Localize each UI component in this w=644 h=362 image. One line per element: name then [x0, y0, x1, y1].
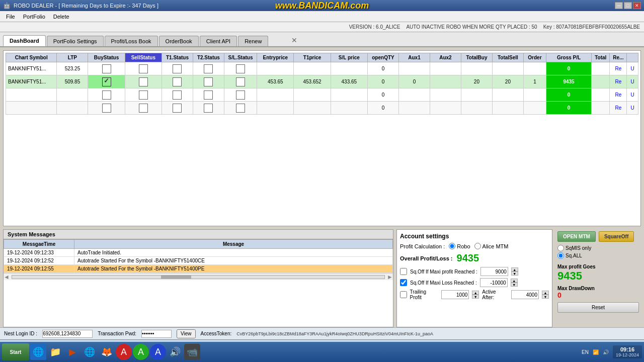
robo-radio[interactable]	[449, 243, 455, 249]
cell-t2-status-1[interactable]	[193, 75, 224, 88]
scroll-right-button[interactable]: ►	[387, 274, 393, 281]
tab-orderbook[interactable]: OrderBook	[159, 36, 199, 46]
sl-status-checkbox-2[interactable]	[236, 90, 245, 100]
cell-t1-status-2[interactable]	[162, 88, 193, 102]
cell-buy-status-1[interactable]	[88, 75, 125, 88]
transaction-pwd-input[interactable]	[141, 330, 172, 338]
cell-re-1[interactable]: Re	[610, 75, 627, 88]
menu-portfolio[interactable]: PortFolio	[19, 13, 49, 21]
tab-dashboard[interactable]: DashBoard	[3, 35, 46, 46]
t1-status-checkbox-0[interactable]	[173, 64, 182, 73]
taskbar-icon-app1[interactable]: A	[116, 344, 132, 360]
spin-profit-down[interactable]: ▼	[511, 272, 518, 276]
sell-status-checkbox-2[interactable]	[139, 90, 148, 100]
alice-mtm-radio[interactable]	[474, 243, 481, 249]
t1-status-checkbox-3[interactable]	[173, 104, 182, 113]
spin-loss-down[interactable]: ▼	[511, 283, 518, 287]
taskbar-icon-ie[interactable]: 🌐	[30, 344, 46, 360]
active-after-input[interactable]	[511, 290, 539, 299]
t1-status-checkbox-2[interactable]	[173, 90, 182, 100]
cell-re-0[interactable]: Re	[610, 62, 627, 75]
menu-file[interactable]: File	[2, 13, 19, 21]
taskbar-icon-vlc[interactable]: 🔊	[167, 344, 183, 360]
sq-off-maxi-profit-input[interactable]	[480, 267, 508, 276]
sell-status-checkbox-0[interactable]	[139, 64, 148, 73]
cell-t2-status-0[interactable]	[193, 62, 224, 75]
tab-renew[interactable]: Renew	[238, 36, 268, 46]
open-mtm-button[interactable]: OPEN MTM	[557, 231, 596, 242]
cell-t2-status-3[interactable]	[193, 102, 224, 115]
cell-t1-status-1[interactable]	[162, 75, 193, 88]
cell-sl-status-0[interactable]	[224, 62, 257, 75]
sq-off-maxi-loss-checkbox[interactable]	[400, 279, 407, 286]
spin-active-up[interactable]: ▲	[542, 291, 549, 295]
alice-mtm-radio-label[interactable]: Alice MTM	[474, 243, 509, 249]
tab-client-api[interactable]: Client API	[200, 36, 237, 46]
cell-u-3[interactable]: U	[627, 102, 638, 115]
t2-status-checkbox-1[interactable]	[204, 77, 213, 86]
t2-status-checkbox-2[interactable]	[204, 90, 213, 100]
start-button[interactable]: Start	[2, 343, 29, 360]
cell-buy-status-3[interactable]	[88, 102, 125, 115]
trailing-profit-checkbox[interactable]	[400, 291, 407, 298]
maximize-button[interactable]: □	[624, 2, 632, 9]
nest-login-input[interactable]	[42, 330, 93, 338]
cell-sell-status-2[interactable]	[125, 88, 162, 102]
taskbar-icon-app3[interactable]: A	[150, 344, 166, 360]
scrollbar-thumb[interactable]	[161, 276, 191, 279]
cell-u-2[interactable]: U	[627, 88, 638, 102]
taskbar-icon-folder[interactable]: 📁	[47, 344, 63, 360]
cell-t1-status-0[interactable]	[162, 62, 193, 75]
taskbar-icon-firefox[interactable]: 🦊	[99, 344, 115, 360]
buy-status-checkbox-3[interactable]	[102, 104, 111, 113]
t2-status-checkbox-3[interactable]	[204, 104, 213, 113]
cell-sl-status-1[interactable]	[224, 75, 257, 88]
taskbar-icon-chrome[interactable]: 🌐	[82, 344, 98, 360]
cell-sell-status-3[interactable]	[125, 102, 162, 115]
sq-off-maxi-loss-input[interactable]	[480, 278, 508, 287]
sl-status-checkbox-3[interactable]	[236, 104, 245, 113]
sell-status-checkbox-1[interactable]	[139, 77, 148, 86]
cell-t2-status-2[interactable]	[193, 88, 224, 102]
sq-off-maxi-profit-checkbox[interactable]	[400, 268, 407, 275]
cell-u-0[interactable]: U	[627, 62, 638, 75]
trailing-profit-input[interactable]	[441, 290, 469, 299]
cell-sl-status-2[interactable]	[224, 88, 257, 102]
scroll-left-button[interactable]: ◄	[4, 274, 10, 281]
square-off-button[interactable]: SquareOff	[599, 231, 634, 242]
sq-mis-only-label[interactable]: SqMIS only	[557, 245, 639, 251]
spin-trailing-down[interactable]: ▼	[472, 295, 479, 299]
tab-close-button[interactable]: ✕	[289, 34, 299, 46]
cell-re-3[interactable]: Re	[610, 102, 627, 115]
t2-status-checkbox-0[interactable]	[204, 64, 213, 73]
spin-profit-up[interactable]: ▲	[511, 267, 518, 272]
cell-buy-status-2[interactable]	[88, 88, 125, 102]
buy-status-checkbox-2[interactable]	[102, 90, 111, 100]
spin-trailing-up[interactable]: ▲	[472, 291, 479, 295]
message-scrollbar[interactable]: ◄ ►	[4, 273, 393, 280]
sell-status-checkbox-3[interactable]	[139, 104, 148, 113]
buy-status-checkbox-1[interactable]	[102, 77, 111, 86]
cell-re-2[interactable]: Re	[610, 88, 627, 102]
cell-u-1[interactable]: U	[627, 75, 638, 88]
reset-button[interactable]: Reset	[557, 302, 639, 313]
cell-sell-status-1[interactable]	[125, 75, 162, 88]
robo-radio-label[interactable]: Robo	[449, 243, 470, 249]
menu-delete[interactable]: Delete	[49, 13, 73, 21]
taskbar-icon-cam[interactable]: 📹	[184, 344, 200, 360]
cell-buy-status-0[interactable]	[88, 62, 125, 75]
minimize-button[interactable]: ─	[615, 2, 623, 9]
view-button[interactable]: View	[177, 329, 196, 338]
taskbar-icon-media[interactable]: ▶	[64, 344, 80, 360]
taskbar-icon-app2[interactable]: A	[133, 344, 149, 360]
sl-status-checkbox-1[interactable]	[236, 77, 245, 86]
cell-t1-status-3[interactable]	[162, 102, 193, 115]
sq-all-radio[interactable]	[557, 252, 564, 259]
buy-status-checkbox-0[interactable]	[102, 64, 111, 73]
tab-portfolio-settings[interactable]: PortFolio Settings	[47, 36, 104, 46]
tab-profit-loss-book[interactable]: Profit/Loss Book	[105, 36, 158, 46]
close-button[interactable]: ✕	[633, 2, 641, 9]
spin-active-down[interactable]: ▼	[542, 295, 549, 299]
sq-all-label[interactable]: Sq.ALL	[557, 252, 639, 259]
t1-status-checkbox-1[interactable]	[173, 77, 182, 86]
